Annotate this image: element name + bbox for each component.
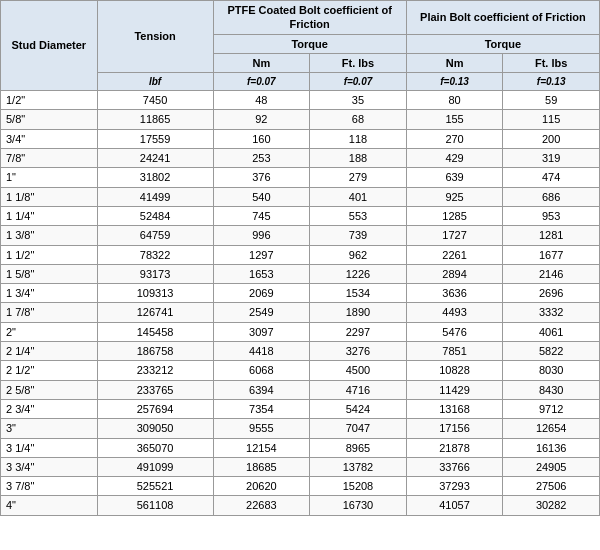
size-cell: 3/4" <box>1 129 98 148</box>
plain-ft-cell: 30282 <box>503 496 600 515</box>
table-row: 1"31802376279639474 <box>1 168 600 187</box>
ptfe-nm-cell: 2069 <box>213 284 310 303</box>
plain-nm-cell: 41057 <box>406 496 503 515</box>
ptfe-ft-cell: 553 <box>310 206 407 225</box>
tension-cell: 11865 <box>97 110 213 129</box>
tension-cell: 93173 <box>97 264 213 283</box>
size-cell: 3 1/4" <box>1 438 98 457</box>
table-row: 4"56110822683167304105730282 <box>1 496 600 515</box>
ptfe-ft-cell: 7047 <box>310 419 407 438</box>
plain-ft-cell: 27506 <box>503 477 600 496</box>
size-cell: 1 5/8" <box>1 264 98 283</box>
plain-nm-cell: 7851 <box>406 342 503 361</box>
table-row: 3 3/4"49109918685137823376624905 <box>1 457 600 476</box>
table-body: 1/2"7450483580595/8"1186592681551153/4"1… <box>1 91 600 516</box>
plain-nm-cell: 13168 <box>406 399 503 418</box>
ptfe-ft-cell: 118 <box>310 129 407 148</box>
plain-nm-cell: 33766 <box>406 457 503 476</box>
plain-nm-header: Nm <box>406 53 503 72</box>
plain-torque-label: Torque <box>406 34 599 53</box>
tension-cell: 78322 <box>97 245 213 264</box>
size-cell: 3 7/8" <box>1 477 98 496</box>
ptfe-nm-cell: 3097 <box>213 322 310 341</box>
table-row: 5/8"118659268155115 <box>1 110 600 129</box>
ptfe-nm-cell: 376 <box>213 168 310 187</box>
plain-group-header: Plain Bolt coefficient of Friction <box>406 1 599 35</box>
plain-nm-cell: 639 <box>406 168 503 187</box>
tension-cell: 52484 <box>97 206 213 225</box>
main-table: Stud Diameter Tension PTFE Coated Bolt c… <box>0 0 600 516</box>
plain-ft-cell: 686 <box>503 187 600 206</box>
plain-ft-cell: 474 <box>503 168 600 187</box>
table-row: 3/4"17559160118270200 <box>1 129 600 148</box>
plain-ft-cell: 4061 <box>503 322 600 341</box>
plain-ft-cell: 319 <box>503 149 600 168</box>
plain-ft-cell: 953 <box>503 206 600 225</box>
ptfe-ft-cell: 962 <box>310 245 407 264</box>
plain-ft-cell: 12654 <box>503 419 600 438</box>
ptfe-ft-cell: 401 <box>310 187 407 206</box>
ptfe-torque-label: Torque <box>213 34 406 53</box>
plain-nm-cell: 429 <box>406 149 503 168</box>
ptfe-ft-cell: 739 <box>310 226 407 245</box>
size-cell: 2 3/4" <box>1 399 98 418</box>
table-row: 1 5/8"931731653122628942146 <box>1 264 600 283</box>
plain-nm-cell: 4493 <box>406 303 503 322</box>
table-row: 1 7/8"1267412549189044933332 <box>1 303 600 322</box>
plain-nm-cell: 925 <box>406 187 503 206</box>
size-cell: 1/2" <box>1 91 98 110</box>
ptfe-nm-cell: 253 <box>213 149 310 168</box>
ptfe-nm-cell: 18685 <box>213 457 310 476</box>
table-row: 3 7/8"52552120620152083729327506 <box>1 477 600 496</box>
size-cell: 2" <box>1 322 98 341</box>
ptfe-f1-header: f=0.07 <box>213 73 310 91</box>
ptfe-nm-cell: 9555 <box>213 419 310 438</box>
table-container: Stud Diameter Tension PTFE Coated Bolt c… <box>0 0 600 550</box>
plain-f2-header: f=0.13 <box>503 73 600 91</box>
size-cell: 3 3/4" <box>1 457 98 476</box>
tension-cell: 64759 <box>97 226 213 245</box>
ptfe-nm-header: Nm <box>213 53 310 72</box>
ptfe-ft-cell: 188 <box>310 149 407 168</box>
plain-nm-cell: 2894 <box>406 264 503 283</box>
ptfe-nm-cell: 92 <box>213 110 310 129</box>
table-row: 3"309050955570471715612654 <box>1 419 600 438</box>
ptfe-ft-cell: 1890 <box>310 303 407 322</box>
plain-ft-cell: 59 <box>503 91 600 110</box>
ptfe-nm-cell: 1653 <box>213 264 310 283</box>
table-row: 7/8"24241253188429319 <box>1 149 600 168</box>
size-cell: 1 3/4" <box>1 284 98 303</box>
tension-cell: 186758 <box>97 342 213 361</box>
plain-nm-cell: 37293 <box>406 477 503 496</box>
tension-cell: 525521 <box>97 477 213 496</box>
tension-cell: 309050 <box>97 419 213 438</box>
ptfe-nm-cell: 48 <box>213 91 310 110</box>
table-row: 3 1/4"3650701215489652187816136 <box>1 438 600 457</box>
plain-f1-header: f=0.13 <box>406 73 503 91</box>
size-cell: 7/8" <box>1 149 98 168</box>
plain-nm-cell: 10828 <box>406 361 503 380</box>
table-row: 1 3/8"6475999673917271281 <box>1 226 600 245</box>
ptfe-ft-cell: 279 <box>310 168 407 187</box>
tension-cell: 491099 <box>97 457 213 476</box>
ptfe-ft-cell: 3276 <box>310 342 407 361</box>
tension-cell: 257694 <box>97 399 213 418</box>
ptfe-nm-cell: 6068 <box>213 361 310 380</box>
plain-ft-cell: 2146 <box>503 264 600 283</box>
tension-cell: 233765 <box>97 380 213 399</box>
table-row: 2"1454583097229754764061 <box>1 322 600 341</box>
table-row: 2 1/4"1867584418327678515822 <box>1 342 600 361</box>
plain-nm-cell: 5476 <box>406 322 503 341</box>
plain-nm-cell: 17156 <box>406 419 503 438</box>
plain-ft-cell: 24905 <box>503 457 600 476</box>
plain-nm-cell: 21878 <box>406 438 503 457</box>
tension-cell: 233212 <box>97 361 213 380</box>
tension-cell: 145458 <box>97 322 213 341</box>
tension-cell: 561108 <box>97 496 213 515</box>
plain-ft-cell: 8430 <box>503 380 600 399</box>
ptfe-nm-cell: 12154 <box>213 438 310 457</box>
tension-cell: 7450 <box>97 91 213 110</box>
plain-ft-cell: 2696 <box>503 284 600 303</box>
plain-nm-cell: 2261 <box>406 245 503 264</box>
ptfe-ft-cell: 4500 <box>310 361 407 380</box>
